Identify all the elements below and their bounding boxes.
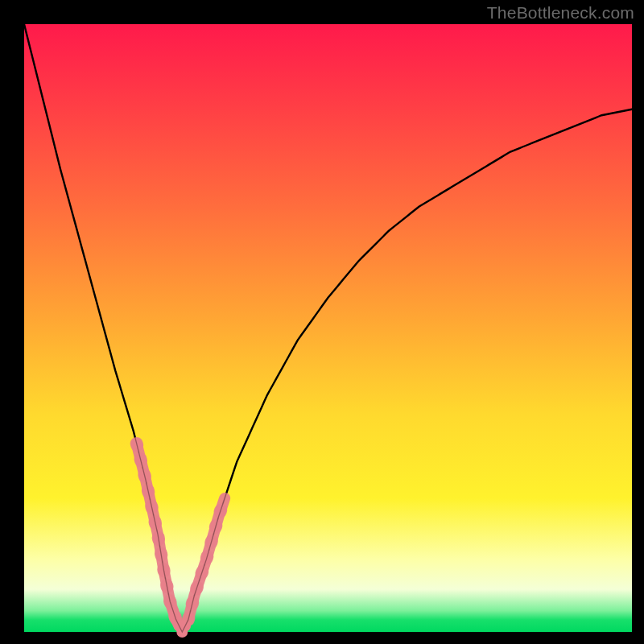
chart-frame: TheBottleneck.com <box>0 0 644 644</box>
bottleneck-curve <box>24 24 632 632</box>
watermark-text: TheBottleneck.com <box>487 3 634 23</box>
bottleneck-curve-top <box>24 24 632 632</box>
plot-area <box>24 24 632 632</box>
curve-svg <box>24 24 632 632</box>
